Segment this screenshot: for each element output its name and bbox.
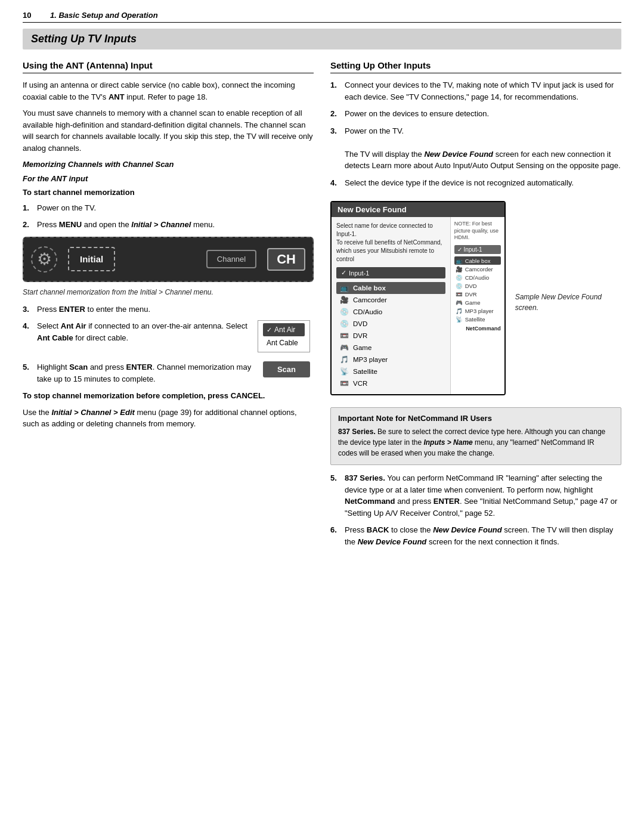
dvr-icon: 📼 (339, 332, 349, 340)
ndf-body: Select name for device connected to Inpu… (332, 217, 504, 394)
right-step-5-num: 5. (330, 472, 341, 519)
mem-channels-heading: Memorizing Channels with Channel Scan (23, 159, 314, 171)
ndf-device-dvr[interactable]: 📼 DVR (336, 330, 445, 342)
ndf-instruction: Select name for device connected to Inpu… (336, 222, 445, 264)
ndf-caption-area: Sample New Device Found screen. (515, 289, 621, 318)
ndf-input-label: Input-1 (349, 270, 369, 277)
ant-selection-box: ✓ Ant Air Ant Cable (258, 320, 310, 352)
cd-audio-label: CD/Audio (353, 308, 382, 315)
ndf-device-vcr[interactable]: 📼 VCR (336, 377, 445, 389)
right-subsection-title: Setting Up Other Inputs (330, 60, 621, 73)
right-step-6-text: Press BACK to close the New Device Found… (345, 524, 621, 547)
new-device-found-screen: New Device Found Select name for device … (330, 201, 506, 395)
ndf-device-dvd[interactable]: 💿 DVD (336, 318, 445, 330)
left-para1: If using an antenna or direct cable serv… (23, 79, 314, 103)
ndf-right-camcorder[interactable]: 🎥 Camcorder (454, 265, 501, 273)
right-step-5-text: 837 Series. You can perform NetCommand I… (345, 472, 621, 519)
r-satellite-icon: 📡 (456, 316, 463, 323)
step-1-text: Power on the TV. (37, 202, 96, 214)
settings-icon: ⚙ (31, 246, 57, 272)
right-step-2-num: 2. (330, 108, 341, 120)
r-mp3-label: MP3 player (465, 308, 494, 314)
r-dvr-label: DVR (465, 291, 477, 298)
step-3-num: 3. (23, 304, 33, 315)
page-header: 10 1. Basic Setup and Operation (23, 11, 621, 23)
right-column: Setting Up Other Inputs 1. Connect your … (330, 60, 621, 553)
ndf-input-selected[interactable]: ✓ Input-1 (336, 267, 445, 278)
ndf-right-dvr[interactable]: 📼 DVR (454, 290, 501, 298)
start-channel-heading: To start channel memorization (23, 187, 314, 199)
r-dvr-icon: 📼 (456, 291, 463, 298)
two-column-layout: Using the ANT (Antenna) Input If using a… (23, 60, 621, 553)
r-cable-box-label: Cable box (465, 258, 491, 264)
right-step-3: 3. Power on the TV. The TV will display … (330, 125, 621, 172)
ndf-device-camcorder[interactable]: 🎥 Camcorder (336, 294, 445, 306)
step-5-text: Scan Highlight Scan and press ENTER. Cha… (37, 361, 310, 385)
ndf-right-game[interactable]: 🎮 Game (454, 298, 501, 306)
vcr-label: VCR (353, 380, 367, 387)
ndf-device-satellite[interactable]: 📡 Satellite (336, 366, 445, 377)
dvd-icon: 💿 (339, 320, 349, 328)
ndf-device-mp3[interactable]: 🎵 MP3 player (336, 354, 445, 366)
ndf-right-input-label: ✓ Input-1 (454, 245, 501, 254)
step-2-num: 2. (23, 219, 33, 231)
right-step-3-num: 3. (330, 125, 341, 172)
right-step-1-text: Connect your devices to the TV, making n… (345, 79, 621, 103)
game-icon: 🎮 (339, 343, 349, 352)
step-4: 4. ✓ Ant Air Ant Cable Select Ant Air if… (23, 320, 314, 356)
r-cd-label: CD/Audio (465, 274, 490, 281)
menu-initial-label: Initial (68, 247, 115, 271)
mp3-label: MP3 player (353, 356, 388, 363)
important-note-box: Important Note for NetCommand IR Users 8… (330, 407, 621, 465)
check-icon-input: ✓ (341, 269, 346, 277)
scan-button[interactable]: Scan (263, 361, 310, 377)
game-label: Game (353, 344, 371, 351)
stop-channel-note: To stop channel memorization before comp… (23, 390, 314, 402)
r-cable-box-icon: 📺 (456, 258, 463, 264)
chapter-title: 1. Basic Setup and Operation (50, 11, 158, 20)
ndf-note: NOTE: For best picture quality, use HDMI… (454, 221, 501, 241)
right-step-3-text: Power on the TV. The TV will display the… (345, 125, 621, 172)
for-ant-input: For the ANT input (23, 173, 314, 185)
r-game-label: Game (465, 299, 481, 306)
ndf-right-dvd[interactable]: 💿 DVD (454, 281, 501, 290)
left-subsection-title: Using the ANT (Antenna) Input (23, 60, 314, 73)
ndf-device-list: 📺 Cable box 🎥 Camcorder 💿 CD/Audio (336, 282, 445, 389)
r-dvd-icon: 💿 (456, 283, 463, 289)
ndf-right-satellite[interactable]: 📡 Satellite (454, 315, 501, 323)
cable-box-icon: 📺 (339, 284, 349, 292)
netcommand-label: NetCommand (454, 326, 501, 332)
camcorder-icon: 🎥 (339, 296, 349, 304)
scan-button-wrap: Scan (263, 361, 310, 377)
step-3-text: Press ENTER to enter the menu. (37, 304, 150, 315)
step-1: 1. Power on the TV. (23, 202, 314, 214)
ndf-right-cable-box[interactable]: 📺 Cable box (454, 256, 501, 265)
ndf-right-cd-audio[interactable]: 💿 CD/Audio (454, 273, 501, 281)
step-3: 3. Press ENTER to enter the menu. (23, 304, 314, 315)
vcr-icon: 📼 (339, 379, 349, 388)
ndf-device-game[interactable]: 🎮 Game (336, 342, 445, 354)
satellite-icon: 📡 (339, 367, 349, 376)
step-5-num: 5. (23, 361, 33, 385)
screenshot-caption: Start channel memorization from the Init… (23, 287, 314, 298)
ant-air-label: Ant Air (274, 324, 295, 335)
camcorder-label: Camcorder (353, 296, 387, 304)
ant-air-option[interactable]: ✓ Ant Air (263, 323, 305, 336)
step-5: 5. Scan Highlight Scan and press ENTER. … (23, 361, 314, 385)
satellite-label: Satellite (353, 368, 377, 375)
left-column: Using the ANT (Antenna) Input If using a… (23, 60, 314, 553)
page-container: 10 1. Basic Setup and Operation Setting … (0, 0, 644, 833)
dvr-label: DVR (353, 332, 367, 339)
step-2-text: Press MENU and open the Initial > Channe… (37, 219, 215, 231)
ndf-right-mp3[interactable]: 🎵 MP3 player (454, 306, 501, 315)
ndf-right-device-list: 📺 Cable box 🎥 Camcorder 💿 CD/Audio (454, 256, 501, 323)
menu-ch-icon: CH (267, 248, 305, 271)
right-step-6: 6. Press BACK to close the New Device Fo… (330, 524, 621, 547)
dvd-label: DVD (353, 320, 367, 327)
right-step-2-text: Power on the devices to ensure detection… (345, 108, 489, 120)
right-step-1: 1. Connect your devices to the TV, makin… (330, 79, 621, 103)
ant-cable-option[interactable]: Ant Cable (263, 336, 305, 349)
ndf-device-cd-audio[interactable]: 💿 CD/Audio (336, 306, 445, 318)
section-title: Setting Up TV Inputs (31, 33, 613, 45)
ndf-device-cable-box[interactable]: 📺 Cable box (336, 282, 445, 294)
